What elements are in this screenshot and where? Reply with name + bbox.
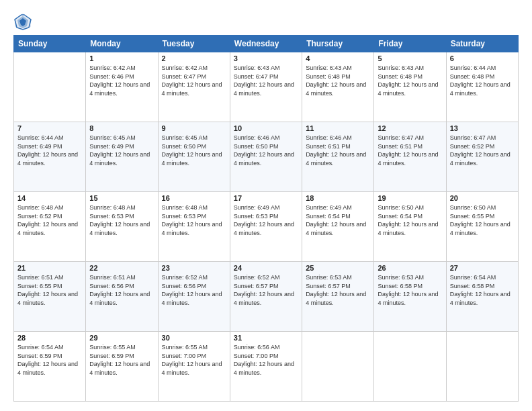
calendar-week-row: 28Sunrise: 6:54 AM Sunset: 6:59 PM Dayli… (14, 332, 519, 402)
calendar-week-row: 1Sunrise: 6:42 AM Sunset: 6:46 PM Daylig… (14, 52, 519, 122)
day-info: Sunrise: 6:53 AM Sunset: 6:58 PM Dayligh… (378, 273, 442, 307)
calendar-cell: 30Sunrise: 6:55 AM Sunset: 7:00 PM Dayli… (158, 332, 230, 402)
calendar-cell: 23Sunrise: 6:52 AM Sunset: 6:56 PM Dayli… (158, 262, 230, 332)
day-number: 8 (89, 124, 154, 132)
day-info: Sunrise: 6:49 AM Sunset: 6:54 PM Dayligh… (306, 203, 370, 237)
day-number: 21 (17, 264, 82, 272)
day-info: Sunrise: 6:56 AM Sunset: 7:00 PM Dayligh… (234, 343, 298, 377)
day-info: Sunrise: 6:45 AM Sunset: 6:49 PM Dayligh… (89, 134, 154, 167)
calendar-cell: 27Sunrise: 6:54 AM Sunset: 6:58 PM Dayli… (446, 262, 518, 332)
calendar-cell: 18Sunrise: 6:49 AM Sunset: 6:54 PM Dayli… (302, 192, 374, 262)
calendar-week-row: 21Sunrise: 6:51 AM Sunset: 6:55 PM Dayli… (14, 262, 519, 332)
day-number: 13 (450, 124, 515, 132)
day-number: 23 (162, 264, 226, 272)
calendar-cell: 25Sunrise: 6:53 AM Sunset: 6:57 PM Dayli… (302, 262, 374, 332)
day-info: Sunrise: 6:51 AM Sunset: 6:56 PM Dayligh… (89, 273, 154, 307)
day-number: 16 (162, 194, 226, 202)
calendar-cell: 28Sunrise: 6:54 AM Sunset: 6:59 PM Dayli… (14, 332, 86, 402)
calendar-cell: 15Sunrise: 6:48 AM Sunset: 6:53 PM Dayli… (86, 192, 158, 262)
weekday-header-monday: Monday (86, 36, 158, 52)
calendar-cell (302, 332, 374, 402)
weekday-header-row: SundayMondayTuesdayWednesdayThursdayFrid… (14, 36, 519, 52)
weekday-header-friday: Friday (374, 36, 446, 52)
calendar-cell: 10Sunrise: 6:46 AM Sunset: 6:50 PM Dayli… (230, 122, 302, 192)
day-info: Sunrise: 6:43 AM Sunset: 6:48 PM Dayligh… (306, 64, 370, 97)
day-info: Sunrise: 6:44 AM Sunset: 6:49 PM Dayligh… (17, 134, 82, 167)
day-number: 7 (17, 124, 82, 132)
day-number: 9 (162, 124, 226, 132)
calendar-cell: 29Sunrise: 6:55 AM Sunset: 6:59 PM Dayli… (86, 332, 158, 402)
day-number: 24 (234, 264, 298, 272)
weekday-header-saturday: Saturday (446, 36, 518, 52)
weekday-header-sunday: Sunday (14, 36, 86, 52)
calendar-week-row: 7Sunrise: 6:44 AM Sunset: 6:49 PM Daylig… (14, 122, 519, 192)
day-number: 31 (234, 334, 298, 342)
day-number: 28 (17, 334, 82, 342)
day-number: 2 (162, 54, 226, 62)
weekday-header-tuesday: Tuesday (158, 36, 230, 52)
logo (13, 12, 35, 31)
calendar-cell: 22Sunrise: 6:51 AM Sunset: 6:56 PM Dayli… (86, 262, 158, 332)
day-info: Sunrise: 6:46 AM Sunset: 6:51 PM Dayligh… (306, 134, 370, 167)
day-number: 29 (89, 334, 154, 342)
calendar-cell: 8Sunrise: 6:45 AM Sunset: 6:49 PM Daylig… (86, 122, 158, 192)
calendar-cell: 6Sunrise: 6:44 AM Sunset: 6:48 PM Daylig… (446, 52, 518, 122)
calendar-cell: 19Sunrise: 6:50 AM Sunset: 6:54 PM Dayli… (374, 192, 446, 262)
day-number: 3 (234, 54, 298, 62)
header (13, 12, 519, 31)
day-info: Sunrise: 6:47 AM Sunset: 6:52 PM Dayligh… (450, 134, 515, 167)
day-number: 30 (162, 334, 226, 342)
calendar-cell: 14Sunrise: 6:48 AM Sunset: 6:52 PM Dayli… (14, 192, 86, 262)
calendar-cell: 21Sunrise: 6:51 AM Sunset: 6:55 PM Dayli… (14, 262, 86, 332)
calendar-cell: 5Sunrise: 6:43 AM Sunset: 6:48 PM Daylig… (374, 52, 446, 122)
day-number: 25 (306, 264, 370, 272)
calendar-table: SundayMondayTuesdayWednesdayThursdayFrid… (13, 35, 519, 402)
day-number: 5 (378, 54, 442, 62)
calendar-week-row: 14Sunrise: 6:48 AM Sunset: 6:52 PM Dayli… (14, 192, 519, 262)
day-number: 19 (378, 194, 442, 202)
day-number: 18 (306, 194, 370, 202)
weekday-header-thursday: Thursday (302, 36, 374, 52)
day-info: Sunrise: 6:43 AM Sunset: 6:48 PM Dayligh… (378, 64, 442, 97)
day-info: Sunrise: 6:48 AM Sunset: 6:53 PM Dayligh… (162, 203, 226, 237)
day-number: 11 (306, 124, 370, 132)
calendar-cell: 31Sunrise: 6:56 AM Sunset: 7:00 PM Dayli… (230, 332, 302, 402)
day-info: Sunrise: 6:47 AM Sunset: 6:51 PM Dayligh… (378, 134, 442, 167)
day-info: Sunrise: 6:45 AM Sunset: 6:50 PM Dayligh… (162, 134, 226, 167)
day-number: 26 (378, 264, 442, 272)
calendar-cell: 9Sunrise: 6:45 AM Sunset: 6:50 PM Daylig… (158, 122, 230, 192)
day-info: Sunrise: 6:42 AM Sunset: 6:46 PM Dayligh… (89, 64, 154, 97)
calendar-body: 1Sunrise: 6:42 AM Sunset: 6:46 PM Daylig… (14, 52, 519, 402)
day-number: 27 (450, 264, 515, 272)
page: SundayMondayTuesdayWednesdayThursdayFrid… (0, 0, 532, 411)
day-number: 4 (306, 54, 370, 62)
day-number: 10 (234, 124, 298, 132)
day-info: Sunrise: 6:54 AM Sunset: 6:59 PM Dayligh… (17, 343, 82, 377)
calendar-cell: 2Sunrise: 6:42 AM Sunset: 6:47 PM Daylig… (158, 52, 230, 122)
day-info: Sunrise: 6:44 AM Sunset: 6:48 PM Dayligh… (450, 64, 515, 97)
day-info: Sunrise: 6:51 AM Sunset: 6:55 PM Dayligh… (17, 273, 82, 307)
calendar-cell: 16Sunrise: 6:48 AM Sunset: 6:53 PM Dayli… (158, 192, 230, 262)
day-info: Sunrise: 6:50 AM Sunset: 6:54 PM Dayligh… (378, 203, 442, 237)
calendar-cell: 20Sunrise: 6:50 AM Sunset: 6:55 PM Dayli… (446, 192, 518, 262)
day-info: Sunrise: 6:48 AM Sunset: 6:53 PM Dayligh… (89, 203, 154, 237)
day-info: Sunrise: 6:55 AM Sunset: 6:59 PM Dayligh… (89, 343, 154, 377)
day-info: Sunrise: 6:50 AM Sunset: 6:55 PM Dayligh… (450, 203, 515, 237)
calendar-cell (446, 332, 518, 402)
day-info: Sunrise: 6:55 AM Sunset: 7:00 PM Dayligh… (162, 343, 226, 377)
day-info: Sunrise: 6:42 AM Sunset: 6:47 PM Dayligh… (162, 64, 226, 97)
day-info: Sunrise: 6:52 AM Sunset: 6:57 PM Dayligh… (234, 273, 298, 307)
day-number: 14 (17, 194, 82, 202)
day-number: 22 (89, 264, 154, 272)
day-info: Sunrise: 6:54 AM Sunset: 6:58 PM Dayligh… (450, 273, 515, 307)
calendar-cell: 26Sunrise: 6:53 AM Sunset: 6:58 PM Dayli… (374, 262, 446, 332)
day-number: 17 (234, 194, 298, 202)
calendar-cell: 3Sunrise: 6:43 AM Sunset: 6:47 PM Daylig… (230, 52, 302, 122)
calendar-cell: 13Sunrise: 6:47 AM Sunset: 6:52 PM Dayli… (446, 122, 518, 192)
day-info: Sunrise: 6:52 AM Sunset: 6:56 PM Dayligh… (162, 273, 226, 307)
day-info: Sunrise: 6:49 AM Sunset: 6:53 PM Dayligh… (234, 203, 298, 237)
day-info: Sunrise: 6:46 AM Sunset: 6:50 PM Dayligh… (234, 134, 298, 167)
calendar-cell: 12Sunrise: 6:47 AM Sunset: 6:51 PM Dayli… (374, 122, 446, 192)
day-number: 6 (450, 54, 515, 62)
calendar-cell (14, 52, 86, 122)
